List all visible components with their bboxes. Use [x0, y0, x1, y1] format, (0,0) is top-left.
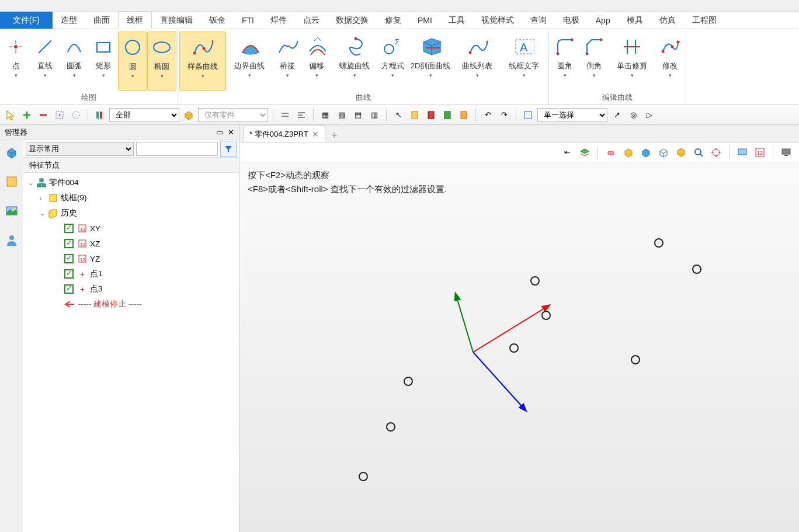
tab-仿真[interactable]: 仿真 [651, 12, 684, 29]
ribbon-btn-直线[interactable]: 直线 ▾ [30, 32, 60, 91]
misc-tool-2[interactable]: ▧ [335, 108, 349, 122]
scene-point-5[interactable] [386, 422, 395, 432]
add-tab-button[interactable]: + [325, 130, 343, 142]
tree-point-点3[interactable]: + 点3 [23, 281, 239, 297]
ribbon-btn-点[interactable]: 点 ▾ [1, 32, 30, 91]
pick-tool[interactable]: ↗ [610, 108, 624, 122]
tab-App[interactable]: App [588, 12, 619, 29]
ribbon-btn-修改[interactable]: 修改 ▾ [655, 32, 685, 91]
tab-工具[interactable]: 工具 [440, 12, 473, 29]
checkbox-icon[interactable] [64, 224, 74, 233]
checkbox-icon[interactable] [64, 254, 74, 263]
filter-all-select[interactable]: 全部 [109, 108, 179, 122]
filter-icon[interactable] [220, 141, 237, 157]
vp-target[interactable] [709, 145, 723, 159]
scene-point-6[interactable] [359, 472, 368, 481]
ribbon-btn-圆角[interactable]: 圆角 ▾ [550, 32, 579, 91]
viewport-3d[interactable]: 按下<F2>动态的观察 <F8>或者<Shift-roll> 查找下一个有效的过… [239, 162, 799, 532]
scene-point-0[interactable] [654, 238, 663, 248]
scene-point-1[interactable] [692, 265, 701, 274]
tree-plane-XY[interactable]: 12 XY [23, 221, 239, 236]
vp-monitor[interactable] [779, 145, 793, 159]
tab-点云[interactable]: 点云 [295, 12, 328, 29]
display-mode-select[interactable]: 显示常用 [26, 142, 134, 156]
close-icon[interactable]: ✕ [228, 128, 234, 137]
tab-数据交换[interactable]: 数据交换 [328, 12, 377, 29]
ribbon-btn-圆[interactable]: 圆 ▾ [118, 32, 147, 91]
vp-solid[interactable] [621, 145, 635, 159]
scene-point-8[interactable] [631, 355, 640, 364]
tab-电极[interactable]: 电极 [555, 12, 588, 29]
tree-plane-YZ[interactable]: 12 YZ [23, 251, 239, 266]
misc-tool-3[interactable]: ▤ [351, 108, 365, 122]
ribbon-btn-曲线列表[interactable]: 曲线列表 ▾ [454, 32, 501, 91]
ribbon-btn-矩形[interactable]: 矩形 ▾ [89, 32, 118, 91]
minimize-icon[interactable]: ▭ [216, 128, 223, 137]
align-tool-1[interactable] [278, 108, 292, 122]
scene-point-3[interactable] [509, 343, 519, 353]
scene-point-2[interactable] [541, 311, 551, 320]
doc-tool-1[interactable] [408, 108, 422, 122]
scene-point-7[interactable] [530, 276, 540, 286]
tree-history[interactable]: ⌄ 历史 [23, 206, 239, 221]
ribbon-btn-样条曲线[interactable]: 样条曲线 ▾ [179, 32, 226, 91]
align-tool-2[interactable] [294, 108, 308, 122]
side-tab-model[interactable] [3, 144, 20, 161]
side-tab-image[interactable] [3, 202, 20, 220]
tree-stop[interactable]: ----- 建模停止 ----- [23, 297, 239, 312]
select-mode[interactable]: 单一选择 [537, 108, 607, 122]
add-tool[interactable] [20, 108, 34, 122]
doc-tab-close[interactable]: ✕ [312, 130, 319, 139]
tab-造型[interactable]: 造型 [53, 12, 85, 29]
tree-search[interactable] [136, 142, 218, 156]
checkbox-icon[interactable] [64, 239, 74, 248]
dotted-circle-tool[interactable] [69, 108, 83, 122]
play-tool[interactable]: ▷ [642, 108, 656, 122]
tab-工程图[interactable]: 工程图 [684, 12, 725, 29]
tab-钣金[interactable]: 钣金 [201, 12, 234, 29]
tree-wireframe[interactable]: › 线框(9) [23, 190, 239, 206]
checkbox-icon[interactable] [64, 284, 74, 294]
ribbon-btn-边界曲线[interactable]: 边界曲线 ▾ [226, 32, 273, 91]
vp-hex[interactable] [674, 145, 688, 159]
target-tool[interactable]: ◎ [626, 108, 640, 122]
ribbon-btn-桥接[interactable]: 桥接 ▾ [273, 32, 302, 91]
ribbon-btn-偏移[interactable]: 偏移 ▾ [302, 32, 331, 91]
tab-曲面[interactable]: 曲面 [85, 12, 118, 29]
ribbon-btn-方程式[interactable]: Σ 方程式 ▾ [378, 32, 407, 91]
tab-PMI[interactable]: PMI [409, 12, 440, 29]
ribbon-btn-圆弧[interactable]: 圆弧 ▾ [60, 32, 89, 91]
doc-tab-active[interactable]: * 零件004.Z3PRT ✕ [243, 126, 325, 142]
tab-file[interactable]: 文件(F) [0, 12, 53, 29]
tab-修复[interactable]: 修复 [377, 12, 409, 29]
tab-线框[interactable]: 线框 [118, 12, 152, 29]
filter-parts-select[interactable]: 仅有零件 [198, 108, 268, 122]
vp-layers[interactable] [578, 145, 592, 159]
doc-tool-2[interactable] [424, 108, 438, 122]
ribbon-btn-2D剖面曲线[interactable]: 2D剖面曲线 ▾ [407, 32, 454, 91]
tab-视觉样式[interactable]: 视觉样式 [473, 12, 522, 29]
scene-point-4[interactable] [404, 377, 413, 386]
cursor-tool[interactable] [4, 108, 18, 122]
layers-tool[interactable] [93, 108, 107, 122]
history-fwd[interactable]: ↷ [497, 108, 511, 122]
box-tool[interactable] [182, 108, 196, 122]
remove-tool[interactable] [36, 108, 50, 122]
ribbon-btn-倒角[interactable]: 倒角 ▾ [579, 32, 609, 91]
vp-shaded[interactable] [639, 145, 653, 159]
side-tab-sheet[interactable] [3, 173, 20, 190]
ribbon-btn-螺旋曲线[interactable]: 螺旋曲线 ▾ [331, 32, 378, 91]
side-tab-user[interactable] [3, 231, 20, 249]
tree-root[interactable]: ⌄ 零件004 [23, 175, 239, 190]
vp-exit[interactable]: ⇤ [560, 145, 574, 159]
tab-FTI[interactable]: FTI [234, 12, 262, 29]
ribbon-btn-线框文字[interactable]: A 线框文字 ▾ [501, 32, 547, 91]
vp-zoom[interactable] [692, 145, 706, 159]
doc-tool-3[interactable] [440, 108, 454, 122]
vp-screen[interactable] [735, 145, 749, 159]
misc-tool-4[interactable]: ▥ [367, 108, 381, 122]
grid-tool[interactable] [53, 108, 67, 122]
misc-tool-1[interactable]: ▦ [318, 108, 332, 122]
tab-查询[interactable]: 查询 [522, 12, 555, 29]
vp-eraser[interactable] [604, 145, 618, 159]
